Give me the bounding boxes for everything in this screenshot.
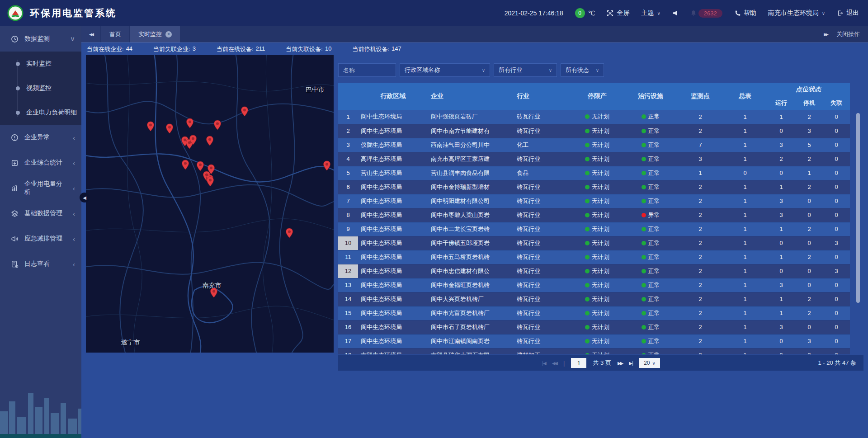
table-scrollbar[interactable]: [856, 113, 860, 303]
region-select-value: 行政区域名称: [405, 66, 440, 74]
tabs-scroll-left-button[interactable]: ◀◀: [81, 26, 100, 42]
map-pin-icon[interactable]: [323, 160, 331, 171]
row-region: 阆中生态环境局: [358, 292, 428, 306]
sidebar-item-power-analysis[interactable]: 企业用电量分析 ‹: [0, 175, 81, 201]
map-pin-icon[interactable]: [210, 287, 218, 298]
map-pin-icon[interactable]: [186, 118, 194, 128]
temperature-badge: 0: [575, 8, 585, 18]
table-row[interactable]: 13 阆中生态环境局 阆中市金福旺页岩机砖 砖瓦行业 无计划 正常 2 1 3 …: [338, 278, 850, 292]
page-size-select[interactable]: 20 ∨: [639, 358, 660, 368]
map-pin-icon[interactable]: [213, 120, 222, 130]
status-select[interactable]: 所有状态 ∨: [561, 63, 604, 77]
table-row[interactable]: 5 营山生态环境局 营山县润丰肉食品有限 食品 无计划 正常 1 0 0 1 0: [338, 166, 850, 180]
row-stop-label: 无计划: [592, 184, 609, 190]
sidebar-item-realtime-monitor[interactable]: 实时监控: [0, 52, 81, 76]
row-meter: 1: [723, 194, 767, 208]
row-points: 2: [677, 124, 723, 138]
table-row[interactable]: 1 阆中生态环境局 阆中强锐页岩砖厂 砖瓦行业 无计划 正常 2 1 1 2 0: [338, 110, 850, 124]
status-dot: [642, 213, 646, 217]
table-row[interactable]: 16 阆中生态环境局 阆中市石子页岩机砖厂 砖瓦行业 无计划 正常 2 1 3 …: [338, 320, 850, 334]
map-pin-icon[interactable]: [181, 160, 189, 170]
table-row[interactable]: 14 阆中生态环境局 阆中大兴页岩机砖厂 砖瓦行业 无计划 正常 2 1 1 2…: [338, 292, 850, 306]
notifications[interactable]: 2632: [690, 9, 722, 18]
table-row[interactable]: 17 阆中生态环境局 阆中市江南镇阆南页岩 砖瓦行业 无计划 正常 2 1 0 …: [338, 334, 850, 348]
page-number-input[interactable]: [571, 358, 586, 368]
sidebar-item-company-abnormal[interactable]: 企业异常 ‹: [0, 125, 81, 150]
map-pin-icon[interactable]: [206, 176, 214, 187]
table-row[interactable]: 18 南部生态环境局 南部县瑞华大理石有限 建材加工 无计划 正常 2 1 0 …: [338, 348, 850, 354]
region-select[interactable]: 行政区域名称 ∨: [400, 63, 490, 77]
map-pin-icon[interactable]: [285, 228, 293, 238]
map-pin-icon[interactable]: [189, 135, 197, 145]
status-dot-green: [585, 114, 590, 119]
company-panel: 行政区域名称 ∨ 所有行业 ∨ 所有状态 ∨ 行政区域 企业 行业: [338, 55, 863, 438]
row-index: 3: [338, 138, 358, 152]
tab-close-icon[interactable]: ×: [165, 31, 172, 38]
next-page-icon[interactable]: ▶▶: [618, 361, 623, 366]
status-dot-green: [585, 157, 590, 161]
sidebar-item-company-statistics[interactable]: 企业综合统计 ‹: [0, 150, 81, 175]
fullscreen-button[interactable]: 全屏: [607, 9, 629, 17]
table-row[interactable]: 8 阆中生态环境局 阆中市枣碧大梁山页岩 砖瓦行业 无计划 异常 2 1 3 0…: [338, 208, 850, 222]
status-select-value: 所有状态: [566, 66, 589, 74]
tab-realtime-monitor[interactable]: 实时监控 ×: [130, 26, 180, 42]
sidebar-item-base-data[interactable]: 基础数据管理 ‹: [0, 201, 81, 226]
row-meter: 1: [723, 110, 767, 124]
clock-icon: [11, 35, 19, 43]
double-right-arrow-icon[interactable]: ▶▶: [824, 32, 827, 37]
sidebar-item-data-monitor[interactable]: 数据监测 ∨: [0, 26, 81, 52]
map-pin-icon[interactable]: [165, 123, 174, 134]
table-row[interactable]: 15 阆中生态环境局 阆中市光富页岩机砖厂 砖瓦行业 无计划 正常 2 1 1 …: [338, 306, 850, 320]
map-panel[interactable]: 巴中市 南充市 遂宁市: [86, 55, 334, 353]
table-row[interactable]: 11 阆中生态环境局 阆中市五马桥页岩机砖 砖瓦行业 无计划 正常 2 1 1 …: [338, 250, 850, 264]
row-points: 2: [677, 334, 723, 348]
row-stop-label: 无计划: [592, 310, 609, 316]
map-pin-icon[interactable]: [206, 136, 214, 146]
org-dropdown[interactable]: 南充市生态环境局 ∨: [768, 9, 825, 17]
table-row[interactable]: 10 阆中生态环境局 阆中千佛镇五郎垭页岩 砖瓦行业 无计划 正常 2 1 0 …: [338, 236, 850, 250]
sidebar-collapse-button[interactable]: ◀: [80, 193, 90, 203]
map-pin-icon[interactable]: [146, 121, 155, 132]
sidebar-item-power-load-detail[interactable]: 企业电力负荷明细: [0, 100, 81, 125]
sidebar-item-label: 数据监测: [24, 35, 50, 43]
help-button[interactable]: 帮助: [734, 9, 756, 17]
sidebar-item-emergency-reduction[interactable]: 应急减排管理 ‹: [0, 226, 81, 251]
row-meter: 1: [723, 208, 767, 222]
table-row[interactable]: 12 阆中生态环境局 阆中市忠信建材有限公 砖瓦行业 无计划 正常 2 1 0 …: [338, 264, 850, 278]
name-search-input[interactable]: [338, 63, 396, 77]
sidebar-item-video-monitor[interactable]: 视频监控: [0, 76, 81, 100]
table-row[interactable]: 4 高坪生态环境局 南充市高坪区王家店建 砖瓦行业 无计划 正常 3 1 2 2…: [338, 152, 850, 166]
row-region: 阆中生态环境局: [358, 110, 428, 124]
mute-button[interactable]: [672, 10, 679, 16]
prev-page-icon[interactable]: ◀◀: [552, 361, 557, 366]
first-page-icon[interactable]: ∣◀: [542, 361, 546, 366]
industry-select[interactable]: 所有行业 ∨: [494, 63, 557, 77]
row-region: 阆中生态环境局: [358, 334, 428, 348]
row-stop-label: 无计划: [592, 240, 609, 246]
row-facility-status: 正常: [624, 264, 677, 278]
row-stop-status: 无计划: [571, 166, 624, 180]
row-run: 0: [767, 124, 796, 138]
row-points: 2: [677, 278, 723, 292]
table-row[interactable]: 2 阆中生态环境局 阆中市南方节能建材有 砖瓦行业 无计划 正常 2 1 0 3…: [338, 124, 850, 138]
row-facility-status: 正常: [624, 236, 677, 250]
table-row[interactable]: 3 仪陇生态环境局 西南油气田分公司川中 化工 无计划 正常 7 1 3 5 0: [338, 138, 850, 152]
tab-home[interactable]: 首页: [101, 26, 129, 42]
bottom-strip-decoration: [0, 434, 81, 438]
bell-icon: [690, 10, 697, 16]
row-lost: 0: [823, 278, 850, 292]
sidebar-item-log-view[interactable]: 日志查看 ‹: [0, 251, 81, 277]
map-pin-icon[interactable]: [196, 161, 204, 171]
logout-button[interactable]: 退出: [837, 9, 859, 17]
stat-value: 10: [325, 45, 331, 53]
theme-dropdown[interactable]: 主题 ∨: [641, 9, 660, 17]
last-page-icon[interactable]: ▶∣: [629, 361, 633, 366]
close-operations-button[interactable]: 关闭操作: [836, 30, 860, 38]
map-pin-icon[interactable]: [241, 106, 249, 117]
table-row[interactable]: 6 阆中生态环境局 阆中市金博瑞新型墙材 砖瓦行业 无计划 正常 2 1 1 2…: [338, 180, 850, 194]
row-index: 2: [338, 124, 358, 138]
table-row[interactable]: 9 阆中生态环境局 阆中市二龙长宝页岩砖 砖瓦行业 无计划 正常 2 1 1 2…: [338, 222, 850, 236]
table-row[interactable]: 7 阆中生态环境局 阆中明阳建材有限公司 砖瓦行业 无计划 正常 2 1 3 0…: [338, 194, 850, 208]
row-company: 阆中市二龙长宝页岩砖: [428, 222, 514, 236]
map-roads: [86, 55, 334, 353]
